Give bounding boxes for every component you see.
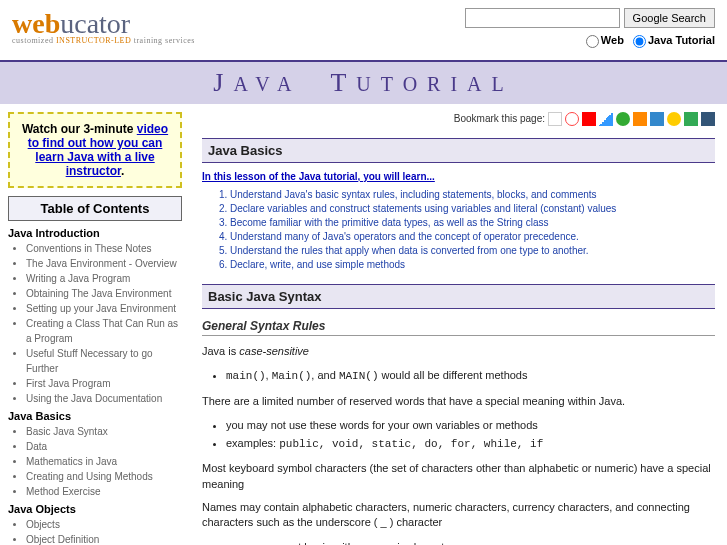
toc-item[interactable]: Creating and Using Methods (26, 469, 182, 484)
p-case-sensitive: Java is case-sensitive (202, 344, 715, 359)
toc-item[interactable]: Mathematics in Java (26, 454, 182, 469)
toc-item[interactable]: Conventions in These Notes (26, 241, 182, 256)
sub-general-rules: General Syntax Rules (202, 319, 715, 336)
list-item: you may not use these words for your own… (226, 417, 715, 435)
lesson-intro[interactable]: In this lesson of the Java tutorial, you… (202, 171, 715, 182)
toc-section-title: Java Basics (8, 410, 182, 422)
toc-list: Conventions in These NotesThe Java Envir… (26, 241, 182, 406)
toc-item[interactable]: The Java Environment - Overview (26, 256, 182, 271)
search-input[interactable] (465, 8, 620, 28)
promo-box: Watch our 3-minute video to find out how… (8, 112, 182, 188)
radio-web-label: Web (601, 34, 624, 46)
logo-tagline: customized INSTRUCTOR-LED training servi… (12, 36, 195, 45)
logo: webucator customized INSTRUCTOR-LED trai… (12, 8, 195, 45)
bookmark-row: Bookmark this page: (202, 112, 715, 126)
list-main-example: main(), Main(), and MAIN() would all be … (226, 367, 715, 386)
objective-item: Declare variables and construct statemen… (230, 202, 715, 216)
toc-header: Table of Contents (8, 196, 182, 221)
digg-icon[interactable] (548, 112, 562, 126)
toc-item[interactable]: Using the Java Documentation (26, 391, 182, 406)
content: Bookmark this page: Java Basics In this … (190, 104, 727, 545)
toc-item[interactable]: Basic Java Syntax (26, 424, 182, 439)
objective-item: Understand the rules that apply when dat… (230, 244, 715, 258)
yahoo-icon[interactable] (582, 112, 596, 126)
toc-item[interactable]: Data (26, 439, 182, 454)
toc-item[interactable]: Object Definition (26, 532, 182, 545)
list-reserved: you may not use these words for your own… (226, 417, 715, 453)
p-reserved-words: There are a limited number of reserved w… (202, 394, 715, 409)
toc-item[interactable]: Creating a Class That Can Run as a Progr… (26, 316, 182, 346)
main: Watch our 3-minute video to find out how… (0, 104, 727, 545)
toc-section-title: Java Introduction (8, 227, 182, 239)
toc-item[interactable]: First Java Program (26, 376, 182, 391)
logo-web: web (12, 8, 60, 39)
bookmark-label: Bookmark this page: (454, 113, 545, 124)
list-names: names may not begin with a numeric chara… (226, 539, 715, 545)
radio-tutorial-label: Java Tutorial (648, 34, 715, 46)
toc-item[interactable]: Setting up your Java Environment (26, 301, 182, 316)
p-symbols: Most keyboard symbol characters (the set… (202, 461, 715, 492)
objectives-list: Understand Java's basic syntax rules, in… (230, 188, 715, 272)
section-basic-syntax: Basic Java Syntax (202, 284, 715, 309)
toc-section-title: Java Objects (8, 503, 182, 515)
toc-item[interactable]: Useful Stuff Necessary to go Further (26, 346, 182, 376)
header: webucator customized INSTRUCTOR-LED trai… (0, 0, 727, 52)
list-item: names may not begin with a numeric chara… (226, 539, 715, 545)
newsvine-icon[interactable] (701, 112, 715, 126)
toc-body: Java IntroductionConventions in These No… (8, 227, 182, 545)
section-java-basics: Java Basics (202, 138, 715, 163)
list-item: examples: public, void, static, do, for,… (226, 435, 715, 454)
radio-tutorial[interactable] (633, 35, 646, 48)
furl-icon[interactable] (650, 112, 664, 126)
technorati-icon[interactable] (684, 112, 698, 126)
magnolia-icon[interactable] (667, 112, 681, 126)
title-bar: JAVA TUTORIAL (0, 60, 727, 104)
objective-item: Declare, write, and use simple methods (230, 258, 715, 272)
objective-item: Understand Java's basic syntax rules, in… (230, 188, 715, 202)
toc-list: Basic Java SyntaxDataMathematics in Java… (26, 424, 182, 499)
toc-item[interactable]: Writing a Java Program (26, 271, 182, 286)
page-title: JAVA TUTORIAL (0, 68, 727, 98)
spurl-icon[interactable] (633, 112, 647, 126)
objective-item: Become familiar with the primitive data … (230, 216, 715, 230)
search-button[interactable]: Google Search (624, 8, 715, 28)
toc-item[interactable]: Objects (26, 517, 182, 532)
reddit-icon[interactable] (565, 112, 579, 126)
sidebar: Watch our 3-minute video to find out how… (0, 104, 190, 545)
search-area: Google Search Web Java Tutorial (465, 8, 715, 48)
list-item: main(), Main(), and MAIN() would all be … (226, 367, 715, 386)
toc-list: ObjectsObject DefinitionPayroll01: Creat… (26, 517, 182, 545)
toc-item[interactable]: Method Exercise (26, 484, 182, 499)
delicious-icon[interactable] (599, 112, 613, 126)
stumbleupon-icon[interactable] (616, 112, 630, 126)
logo-ucator: ucator (60, 8, 130, 39)
radio-web[interactable] (586, 35, 599, 48)
toc-item[interactable]: Obtaining The Java Environment (26, 286, 182, 301)
objective-item: Understand many of Java's operators and … (230, 230, 715, 244)
p-names: Names may contain alphabetic characters,… (202, 500, 715, 531)
